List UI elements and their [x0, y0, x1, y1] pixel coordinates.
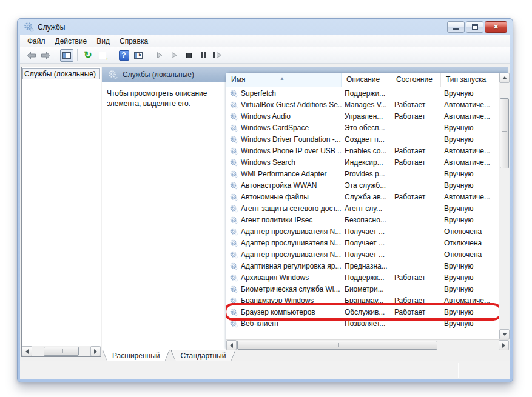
service-row[interactable]: Автономные файлыСлужба ав...РаботаетАвто… [226, 191, 499, 202]
tree-horizontal-scrollbar[interactable] [22, 346, 101, 356]
grip-icon [59, 349, 64, 353]
service-row[interactable]: SuperfetchПоддержи...Вручную [226, 87, 499, 99]
maximize-button[interactable] [466, 21, 483, 33]
service-row[interactable]: Windows SearchИндексир...РаботаетАвтомат… [226, 156, 499, 168]
service-gear-icon [229, 112, 238, 121]
column-header[interactable]: Тип запуска [441, 73, 499, 87]
service-row[interactable]: Адаптер прослушивателя N...Получает ...О… [226, 249, 499, 260]
column-header[interactable]: Описание [342, 73, 391, 87]
service-row[interactable]: Автонастройка WWANЭта служб...Вручную [226, 179, 499, 191]
close-button[interactable]: ✕ [485, 21, 507, 33]
restart-service-icon[interactable] [211, 49, 224, 62]
service-status: Работает [392, 101, 442, 109]
service-description: Обслужив... [342, 308, 392, 316]
service-description: Безопасно... [342, 216, 392, 224]
service-name: Веб-клиент [240, 319, 342, 328]
list-horizontal-scrollbar[interactable] [226, 339, 509, 350]
start-service-icon[interactable] [153, 49, 166, 62]
column-header[interactable]: Имя▲ [226, 73, 342, 87]
service-description: Брандмау... [342, 296, 392, 305]
service-name: WMI Performance Adapter [240, 170, 342, 178]
window-title: Службы [38, 23, 65, 32]
service-description: Получает ... [342, 239, 392, 247]
back-icon[interactable] [24, 49, 38, 62]
service-gear-icon [229, 170, 238, 178]
refresh-icon[interactable]: ↻ [81, 49, 95, 62]
minimize-icon [453, 28, 459, 30]
scroll-down-button[interactable] [499, 329, 510, 339]
tree-item-services-local[interactable]: Службы (локальные) [22, 68, 100, 79]
service-gear-icon [229, 296, 238, 305]
scroll-right-button[interactable] [499, 340, 509, 350]
service-row[interactable]: Агент защиты сетевого дост...Агент слу..… [226, 202, 499, 214]
service-row[interactable]: Агент политики IPsecБезопасно...Вручную [226, 214, 499, 225]
service-startup-type: Автоматиче... [442, 101, 499, 109]
service-name: Адаптер прослушивателя N... [240, 239, 342, 247]
scroll-left-button[interactable] [226, 340, 237, 350]
service-startup-type: Отключена [442, 239, 499, 247]
service-row[interactable]: Адаптивная регулировка яр...Предназна...… [226, 260, 499, 272]
service-row[interactable]: WMI Performance AdapterProvides p...Вруч… [226, 168, 499, 179]
menu-item[interactable]: Действие [50, 36, 92, 47]
arrow-down-icon [502, 333, 507, 338]
service-row[interactable]: Биометрическая служба Wi...Биометри...Вр… [226, 283, 499, 295]
service-row[interactable]: Windows AudioУправлен...РаботаетАвтомати… [226, 110, 499, 122]
service-gear-icon [229, 250, 238, 259]
service-startup-type: Вручную [442, 262, 499, 270]
console-content: Службы (локальные) Службы (локальные) [20, 64, 510, 360]
service-row[interactable]: Архивация WindowsПоддержк...РаботаетВруч… [226, 272, 499, 283]
stop-service-icon[interactable] [182, 49, 195, 62]
scroll-right-button[interactable] [90, 346, 101, 356]
service-startup-type: Вручную [442, 170, 499, 178]
service-startup-type: Автоматиче... [442, 193, 499, 201]
service-description: Позволяет... [342, 319, 392, 328]
list-vertical-scrollbar[interactable] [499, 73, 509, 339]
service-status: Работает [392, 147, 442, 155]
service-status: Работает [392, 296, 442, 305]
menu-item[interactable]: Файл [22, 36, 50, 47]
menu-item[interactable]: Вид [92, 36, 115, 47]
scroll-left-button[interactable] [22, 346, 32, 356]
selection-hint-text: Чтобы просмотреть описание элемента, выд… [107, 88, 221, 109]
scroll-up-button[interactable] [499, 73, 510, 83]
export-list-icon[interactable] [96, 49, 109, 62]
service-row[interactable]: Веб-клиентПозволяет...Вручную [226, 318, 499, 329]
service-gear-icon [229, 319, 238, 328]
service-startup-type: Вручную [442, 273, 499, 282]
show-action-pane-icon[interactable] [132, 49, 145, 62]
column-header[interactable]: Состояние [391, 73, 441, 87]
scrollbar-thumb[interactable] [44, 347, 79, 356]
table-rows: SuperfetchПоддержи...ВручнуюVirtualBox G… [226, 87, 499, 329]
service-row[interactable]: Windows CardSpaceЭто обесп...Вручную [226, 122, 499, 133]
service-name: Windows Driver Foundation -... [240, 135, 342, 144]
service-name: Windows CardSpace [240, 124, 342, 132]
service-row[interactable]: Браузер компьютеровОбслужив...РаботаетВр… [226, 306, 499, 318]
service-gear-icon [229, 158, 238, 167]
service-name: Адаптер прослушивателя N... [240, 250, 342, 259]
service-name: Биометрическая служба Wi... [240, 285, 342, 293]
scrollbar-thumb[interactable] [237, 341, 437, 350]
menu-item[interactable]: Справка [115, 36, 153, 47]
scrollbar-thumb[interactable] [500, 98, 509, 168]
service-row[interactable]: Windows Driver Foundation -...Создает п.… [226, 133, 499, 145]
service-row[interactable]: Брандмауэр WindowsБрандмау...РаботаетАвт… [226, 295, 499, 306]
pause-service-icon[interactable] [197, 49, 210, 62]
forward-icon[interactable] [39, 49, 52, 62]
service-description: Управлен... [342, 112, 392, 121]
toolbar-separator [56, 49, 56, 61]
service-status: Работает [392, 112, 442, 121]
service-gear-icon [229, 124, 238, 132]
help-icon[interactable]: ? [117, 49, 130, 62]
service-gear-icon [229, 135, 238, 144]
service-description: Индексир... [342, 158, 392, 167]
service-name: Агент защиты сетевого дост... [240, 204, 342, 213]
service-row[interactable]: Адаптер прослушивателя N...Получает ...О… [226, 225, 499, 237]
service-row[interactable]: Адаптер прослушивателя N...Получает ...О… [226, 237, 499, 249]
show-console-tree-icon[interactable] [60, 49, 73, 62]
service-row[interactable]: Windows Phone IP over USB ...Enables co.… [226, 145, 499, 156]
minimize-button[interactable] [447, 21, 465, 33]
resume-service-icon[interactable] [167, 49, 181, 62]
title-bar[interactable]: Службы ✕ [18, 19, 513, 35]
service-row[interactable]: VirtualBox Guest Additions Se...Manages … [226, 99, 499, 110]
service-name: Автонастройка WWAN [240, 181, 342, 190]
